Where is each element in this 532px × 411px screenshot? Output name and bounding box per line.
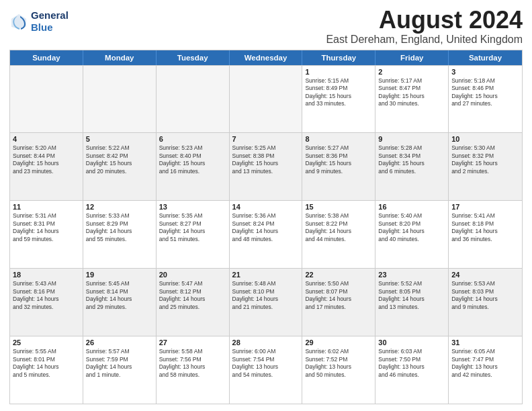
day-number: 1 — [305, 68, 372, 76]
day-info: Sunrise: 5:15 AM Sunset: 8:49 PM Dayligh… — [305, 77, 372, 108]
day-number: 16 — [378, 203, 445, 211]
day-info: Sunrise: 5:57 AM Sunset: 7:59 PM Dayligh… — [86, 348, 153, 379]
calendar-cell: 6Sunrise: 5:23 AM Sunset: 8:40 PM Daylig… — [157, 133, 230, 200]
day-number: 10 — [451, 135, 519, 143]
calendar-header-row: SundayMondayTuesdayWednesdayThursdayFrid… — [10, 50, 522, 65]
day-info: Sunrise: 5:38 AM Sunset: 8:22 PM Dayligh… — [305, 212, 372, 243]
calendar-cell: 26Sunrise: 5:57 AM Sunset: 7:59 PM Dayli… — [83, 336, 157, 404]
calendar-cell: 2Sunrise: 5:17 AM Sunset: 8:47 PM Daylig… — [375, 66, 449, 133]
day-info: Sunrise: 5:43 AM Sunset: 8:16 PM Dayligh… — [13, 280, 80, 311]
calendar-cell: 10Sunrise: 5:30 AM Sunset: 8:32 PM Dayli… — [449, 133, 522, 200]
day-number: 15 — [305, 203, 372, 211]
logo-text: General Blue — [31, 9, 69, 34]
day-info: Sunrise: 5:17 AM Sunset: 8:47 PM Dayligh… — [378, 77, 445, 108]
day-info: Sunrise: 5:36 AM Sunset: 8:24 PM Dayligh… — [232, 212, 300, 243]
day-number: 30 — [378, 338, 445, 347]
day-number: 14 — [232, 203, 300, 211]
calendar-cell — [10, 66, 83, 133]
day-number: 5 — [86, 135, 153, 143]
day-number: 28 — [232, 338, 300, 347]
calendar-cell — [83, 66, 157, 133]
calendar-cell: 31Sunrise: 6:05 AM Sunset: 7:47 PM Dayli… — [449, 336, 522, 404]
day-number: 23 — [378, 271, 445, 279]
calendar-header-thursday: Thursday — [302, 50, 375, 65]
calendar-cell: 24Sunrise: 5:53 AM Sunset: 8:03 PM Dayli… — [449, 269, 522, 336]
calendar-cell: 20Sunrise: 5:47 AM Sunset: 8:12 PM Dayli… — [157, 269, 230, 336]
calendar-header-friday: Friday — [375, 50, 449, 65]
calendar-cell: 28Sunrise: 6:00 AM Sunset: 7:54 PM Dayli… — [230, 336, 303, 404]
day-info: Sunrise: 5:18 AM Sunset: 8:46 PM Dayligh… — [451, 77, 519, 108]
logo: General Blue — [9, 9, 69, 34]
day-info: Sunrise: 5:50 AM Sunset: 8:07 PM Dayligh… — [305, 280, 372, 311]
main-title: August 2024 — [326, 7, 523, 34]
calendar-header-sunday: Sunday — [10, 50, 83, 65]
day-number: 29 — [305, 338, 372, 347]
day-info: Sunrise: 5:27 AM Sunset: 8:36 PM Dayligh… — [305, 144, 372, 175]
day-info: Sunrise: 5:52 AM Sunset: 8:05 PM Dayligh… — [378, 280, 445, 311]
day-number: 17 — [451, 203, 519, 211]
day-info: Sunrise: 5:30 AM Sunset: 8:32 PM Dayligh… — [451, 144, 519, 175]
calendar-cell: 22Sunrise: 5:50 AM Sunset: 8:07 PM Dayli… — [302, 269, 375, 336]
day-info: Sunrise: 5:28 AM Sunset: 8:34 PM Dayligh… — [378, 144, 445, 175]
calendar-cell: 16Sunrise: 5:40 AM Sunset: 8:20 PM Dayli… — [375, 201, 449, 268]
day-number: 22 — [305, 271, 372, 279]
day-number: 9 — [378, 135, 445, 143]
day-info: Sunrise: 5:48 AM Sunset: 8:10 PM Dayligh… — [232, 280, 300, 311]
day-number: 18 — [13, 271, 80, 279]
logo-icon — [9, 12, 28, 31]
calendar-cell: 14Sunrise: 5:36 AM Sunset: 8:24 PM Dayli… — [230, 201, 303, 268]
calendar-header-monday: Monday — [83, 50, 157, 65]
day-number: 13 — [159, 203, 226, 211]
day-info: Sunrise: 5:41 AM Sunset: 8:18 PM Dayligh… — [451, 212, 519, 243]
day-info: Sunrise: 5:53 AM Sunset: 8:03 PM Dayligh… — [451, 280, 519, 311]
day-info: Sunrise: 6:02 AM Sunset: 7:52 PM Dayligh… — [305, 348, 372, 379]
day-number: 12 — [86, 203, 153, 211]
day-number: 26 — [86, 338, 153, 347]
calendar-week-2: 4Sunrise: 5:20 AM Sunset: 8:44 PM Daylig… — [10, 132, 522, 200]
day-info: Sunrise: 6:03 AM Sunset: 7:50 PM Dayligh… — [378, 348, 445, 379]
day-number: 20 — [159, 271, 226, 279]
sub-title: East Dereham, England, United Kingdom — [326, 34, 523, 46]
day-number: 11 — [13, 203, 80, 211]
calendar-cell: 1Sunrise: 5:15 AM Sunset: 8:49 PM Daylig… — [302, 66, 375, 133]
day-number: 25 — [13, 338, 80, 347]
day-info: Sunrise: 5:31 AM Sunset: 8:31 PM Dayligh… — [13, 212, 80, 243]
title-block: August 2024 East Dereham, England, Unite… — [326, 7, 523, 46]
calendar-week-1: 1Sunrise: 5:15 AM Sunset: 8:49 PM Daylig… — [10, 65, 522, 133]
calendar-header-tuesday: Tuesday — [157, 50, 230, 65]
day-info: Sunrise: 5:55 AM Sunset: 8:01 PM Dayligh… — [13, 348, 80, 379]
day-number: 19 — [86, 271, 153, 279]
calendar-week-5: 25Sunrise: 5:55 AM Sunset: 8:01 PM Dayli… — [10, 336, 522, 404]
day-info: Sunrise: 5:25 AM Sunset: 8:38 PM Dayligh… — [232, 144, 300, 175]
day-number: 27 — [159, 338, 226, 347]
day-info: Sunrise: 5:23 AM Sunset: 8:40 PM Dayligh… — [159, 144, 226, 175]
calendar-cell: 12Sunrise: 5:33 AM Sunset: 8:29 PM Dayli… — [83, 201, 157, 268]
calendar-cell: 3Sunrise: 5:18 AM Sunset: 8:46 PM Daylig… — [449, 66, 522, 133]
day-number: 21 — [232, 271, 300, 279]
day-number: 6 — [159, 135, 226, 143]
day-info: Sunrise: 5:40 AM Sunset: 8:20 PM Dayligh… — [378, 212, 445, 243]
calendar-body: 1Sunrise: 5:15 AM Sunset: 8:49 PM Daylig… — [10, 65, 522, 404]
day-info: Sunrise: 6:05 AM Sunset: 7:47 PM Dayligh… — [451, 348, 519, 379]
calendar-cell: 30Sunrise: 6:03 AM Sunset: 7:50 PM Dayli… — [375, 336, 449, 404]
calendar-cell: 15Sunrise: 5:38 AM Sunset: 8:22 PM Dayli… — [302, 201, 375, 268]
calendar-cell: 18Sunrise: 5:43 AM Sunset: 8:16 PM Dayli… — [10, 269, 83, 336]
day-number: 8 — [305, 135, 372, 143]
calendar-header-wednesday: Wednesday — [230, 50, 303, 65]
calendar-cell: 17Sunrise: 5:41 AM Sunset: 8:18 PM Dayli… — [449, 201, 522, 268]
calendar-cell: 4Sunrise: 5:20 AM Sunset: 8:44 PM Daylig… — [10, 133, 83, 200]
calendar-cell — [230, 66, 303, 133]
calendar-cell: 21Sunrise: 5:48 AM Sunset: 8:10 PM Dayli… — [230, 269, 303, 336]
calendar-cell: 7Sunrise: 5:25 AM Sunset: 8:38 PM Daylig… — [230, 133, 303, 200]
calendar-cell: 25Sunrise: 5:55 AM Sunset: 8:01 PM Dayli… — [10, 336, 83, 404]
calendar-cell: 9Sunrise: 5:28 AM Sunset: 8:34 PM Daylig… — [375, 133, 449, 200]
calendar-cell: 5Sunrise: 5:22 AM Sunset: 8:42 PM Daylig… — [83, 133, 157, 200]
calendar-cell: 29Sunrise: 6:02 AM Sunset: 7:52 PM Dayli… — [302, 336, 375, 404]
day-info: Sunrise: 5:45 AM Sunset: 8:14 PM Dayligh… — [86, 280, 153, 311]
calendar-cell: 8Sunrise: 5:27 AM Sunset: 8:36 PM Daylig… — [302, 133, 375, 200]
day-number: 4 — [13, 135, 80, 143]
day-info: Sunrise: 5:58 AM Sunset: 7:56 PM Dayligh… — [159, 348, 226, 379]
day-info: Sunrise: 5:20 AM Sunset: 8:44 PM Dayligh… — [13, 144, 80, 175]
calendar-cell: 11Sunrise: 5:31 AM Sunset: 8:31 PM Dayli… — [10, 201, 83, 268]
day-number: 3 — [451, 68, 519, 76]
